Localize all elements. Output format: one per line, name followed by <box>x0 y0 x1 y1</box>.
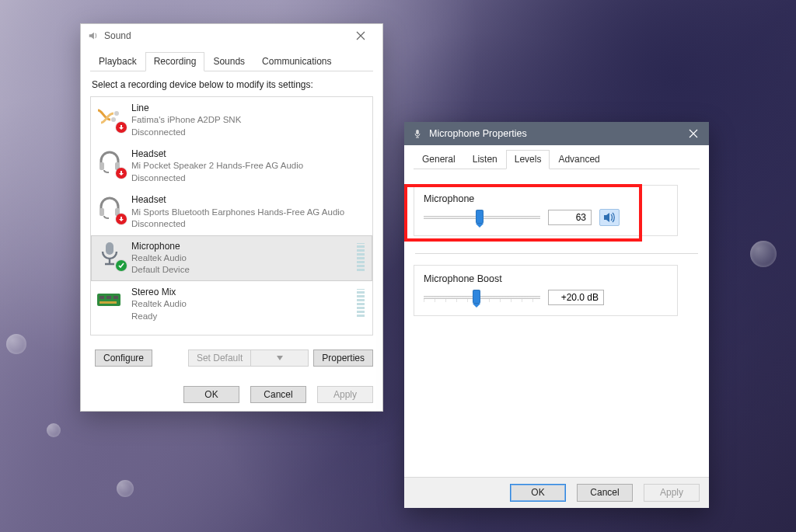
sound-icon <box>87 30 100 42</box>
device-item[interactable]: MicrophoneRealtek AudioDefault Device <box>91 235 372 281</box>
set-default-button[interactable]: Set Default <box>188 349 251 367</box>
decorative-bubble <box>117 480 134 497</box>
sound-tablist: Playback Recording Sounds Communications <box>90 52 373 71</box>
svg-point-0 <box>111 117 116 122</box>
device-item[interactable]: HeadsetMi Sports Bluetooth Earphones Han… <box>91 189 372 235</box>
svg-rect-8 <box>100 296 104 299</box>
close-icon <box>356 31 365 40</box>
device-name: Stereo Mix <box>131 286 366 298</box>
device-name: Line <box>131 102 366 114</box>
svg-point-1 <box>114 111 119 116</box>
cancel-button[interactable]: Cancel <box>250 386 306 403</box>
device-name: Headset <box>131 148 366 160</box>
set-default-split-button: Set Default <box>188 349 309 367</box>
device-name: Headset <box>131 193 366 206</box>
card-icon <box>96 286 124 314</box>
properties-button[interactable]: Properties <box>313 349 373 367</box>
device-state: Ready <box>131 311 366 323</box>
mic-icon <box>96 240 124 268</box>
svg-rect-12 <box>416 130 419 134</box>
close-button[interactable] <box>345 26 376 45</box>
svg-rect-6 <box>106 242 113 255</box>
device-state: Disconnected <box>131 218 366 231</box>
tab-playback[interactable]: Playback <box>90 52 145 71</box>
sound-title: Sound <box>104 30 345 41</box>
sound-dialog: Sound Playback Recording Sounds Communic… <box>80 23 383 412</box>
device-subtitle: Fatima's iPhone A2DP SNK <box>131 114 366 127</box>
ok-button[interactable]: OK <box>510 484 566 502</box>
tab-communications[interactable]: Communications <box>253 52 340 71</box>
level-meter <box>357 289 365 317</box>
device-name: Microphone <box>131 240 366 252</box>
apply-button[interactable]: Apply <box>317 386 373 403</box>
tab-general[interactable]: General <box>414 150 464 169</box>
decorative-bubble <box>750 241 777 267</box>
svg-rect-7 <box>97 294 120 306</box>
close-icon <box>689 129 698 138</box>
tab-levels[interactable]: Levels <box>506 150 550 169</box>
microphone-boost-slider[interactable] <box>424 289 540 306</box>
recording-device-list[interactable]: LineFatima's iPhone A2DP SNKDisconnected… <box>90 96 373 336</box>
device-subtitle: Realtek Audio <box>131 298 366 311</box>
status-badge-down-icon <box>116 168 127 179</box>
decorative-bubble <box>6 334 26 354</box>
headset-icon <box>96 193 124 221</box>
set-default-dropdown[interactable] <box>251 349 309 367</box>
level-meter <box>357 243 365 271</box>
separator <box>415 253 698 254</box>
device-item[interactable]: LineFatima's iPhone A2DP SNKDisconnected <box>91 97 372 143</box>
microphone-level-slider[interactable] <box>424 209 540 226</box>
recording-instruction: Select a recording device below to modif… <box>92 79 373 90</box>
microphone-boost-value[interactable]: +20.0 dB <box>548 290 604 305</box>
microphone-level-label: Microphone <box>424 193 668 204</box>
speaker-icon <box>603 212 616 223</box>
apply-button[interactable]: Apply <box>644 484 700 502</box>
tab-recording[interactable]: Recording <box>145 52 205 71</box>
device-item[interactable]: Stereo MixRealtek AudioReady <box>91 281 372 327</box>
device-state: Disconnected <box>131 127 366 139</box>
device-item[interactable]: HeadsetMi Pocket Speaker 2 Hands-Free AG… <box>91 143 372 189</box>
microphone-boost-group: Microphone Boost +20.0 dB <box>414 265 678 316</box>
ok-button[interactable]: OK <box>183 386 239 403</box>
device-subtitle: Mi Pocket Speaker 2 Hands-Free AG Audio <box>131 160 366 172</box>
device-state: Disconnected <box>131 172 366 185</box>
tab-listen[interactable]: Listen <box>464 150 506 169</box>
microphone-boost-label: Microphone Boost <box>424 273 668 284</box>
micprops-tablist: General Listen Levels Advanced <box>414 150 700 169</box>
svg-rect-11 <box>100 301 117 304</box>
cancel-button[interactable]: Cancel <box>577 484 633 502</box>
microphone-level-value[interactable]: 63 <box>548 210 592 225</box>
configure-button[interactable]: Configure <box>95 349 152 367</box>
svg-rect-2 <box>100 162 104 170</box>
svg-rect-9 <box>106 296 111 299</box>
svg-rect-4 <box>100 208 104 216</box>
tab-sounds[interactable]: Sounds <box>204 52 253 71</box>
device-subtitle: Realtek Audio <box>131 252 366 265</box>
cable-icon <box>96 102 124 130</box>
headset-icon <box>96 148 124 176</box>
close-button[interactable] <box>678 122 709 145</box>
microphone-level-group: Microphone 63 <box>414 185 678 236</box>
sound-titlebar[interactable]: Sound <box>81 24 382 47</box>
svg-rect-10 <box>113 296 118 299</box>
status-badge-ok-icon <box>116 260 127 271</box>
status-badge-down-icon <box>116 122 127 133</box>
micprops-titlebar[interactable]: Microphone Properties <box>404 122 709 145</box>
chevron-down-icon <box>277 356 283 360</box>
device-subtitle: Mi Sports Bluetooth Earphones Hands-Free… <box>131 207 366 219</box>
status-badge-down-icon <box>116 214 127 224</box>
microphone-properties-dialog: Microphone Properties General Listen Lev… <box>404 122 709 508</box>
device-state: Default Device <box>131 264 366 276</box>
microphone-icon <box>412 128 423 139</box>
tab-advanced[interactable]: Advanced <box>550 150 608 169</box>
micprops-title: Microphone Properties <box>429 128 678 139</box>
decorative-bubble <box>47 423 61 437</box>
mute-toggle-button[interactable] <box>599 209 620 226</box>
